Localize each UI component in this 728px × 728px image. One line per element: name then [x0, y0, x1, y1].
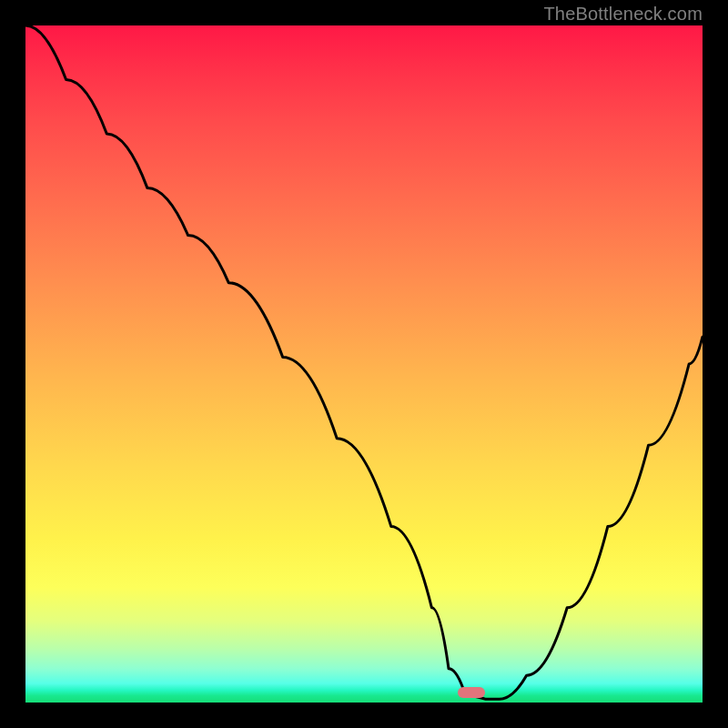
- chart-stage: TheBottleneck.com: [0, 0, 728, 728]
- optimal-marker: [458, 687, 485, 698]
- plot-area: [25, 25, 703, 703]
- bottleneck-curve: [25, 25, 703, 703]
- watermark-text: TheBottleneck.com: [543, 4, 703, 25]
- curve-path: [25, 25, 703, 699]
